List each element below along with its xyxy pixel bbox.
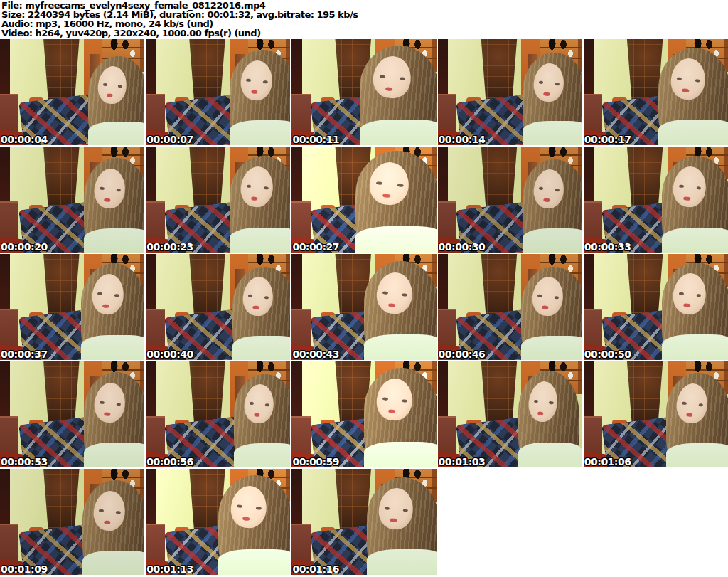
video-thumbnail[interactable]: 00:00:50 xyxy=(584,254,728,360)
timestamp-overlay: 00:01:03 xyxy=(439,457,486,467)
person-figure xyxy=(232,267,290,360)
right-eye xyxy=(695,79,700,83)
left-eye xyxy=(679,292,684,295)
person-figure xyxy=(234,374,290,467)
thumbnail-image xyxy=(0,469,144,575)
person-figure xyxy=(84,372,144,467)
shirt xyxy=(230,120,290,145)
cabinet xyxy=(146,201,164,240)
shirt xyxy=(662,228,728,253)
lips xyxy=(107,93,113,97)
video-thumbnail[interactable]: 00:01:06 xyxy=(584,361,728,467)
cabinet xyxy=(0,309,18,347)
video-thumbnail[interactable]: 00:00:56 xyxy=(146,361,290,467)
video-thumbnail[interactable]: 00:00:43 xyxy=(291,254,436,360)
right-eye xyxy=(402,400,407,403)
shirt xyxy=(658,120,728,145)
shirt xyxy=(521,336,582,360)
thumbnail-image xyxy=(0,254,144,360)
video-thumbnail[interactable]: 00:00:17 xyxy=(584,39,728,145)
timestamp-overlay: 00:00:50 xyxy=(584,349,631,359)
lips xyxy=(254,413,260,418)
cabinet xyxy=(438,416,456,455)
right-eye xyxy=(116,511,121,514)
lips xyxy=(537,411,544,415)
cabinet xyxy=(146,524,164,562)
video-thumbnail[interactable]: 00:00:07 xyxy=(146,39,290,145)
right-eye xyxy=(696,294,701,297)
person-figure xyxy=(523,159,582,253)
lips xyxy=(105,412,111,416)
shirt xyxy=(364,334,437,360)
person-figure xyxy=(666,373,728,467)
thumbnail-grid: 00:00:04 00:00:0 xyxy=(0,39,728,575)
right-eye xyxy=(555,83,560,85)
lips xyxy=(388,410,395,414)
right-eye xyxy=(256,507,262,511)
right-eye xyxy=(114,295,119,298)
video-thumbnail[interactable]: 00:00:27 xyxy=(291,147,436,253)
thumbnail-image xyxy=(291,254,436,360)
video-thumbnail[interactable]: 00:00:23 xyxy=(146,147,290,253)
thumbnail-image xyxy=(146,147,290,253)
shirt xyxy=(355,226,437,253)
left-eye xyxy=(97,292,102,296)
thumbnail-image xyxy=(146,361,290,467)
left-eye xyxy=(99,509,104,512)
person-figure xyxy=(518,371,579,467)
right-eye xyxy=(117,189,122,192)
thumbnail-image xyxy=(291,39,436,145)
shirt xyxy=(523,228,582,253)
timestamp-overlay: 00:00:14 xyxy=(439,134,486,144)
video-thumbnail[interactable]: 00:00:20 xyxy=(0,147,144,253)
video-thumbnail[interactable]: 00:00:40 xyxy=(146,254,290,360)
person-figure xyxy=(84,158,144,253)
left-eye xyxy=(248,295,253,297)
cabinet xyxy=(584,94,602,132)
timestamp-overlay: 00:00:23 xyxy=(146,242,193,252)
right-eye xyxy=(403,509,409,512)
video-thumbnail[interactable]: 00:00:37 xyxy=(0,254,144,360)
person-figure xyxy=(364,368,437,467)
cabinet xyxy=(438,309,456,347)
lips xyxy=(542,306,549,310)
timestamp-overlay: 00:00:11 xyxy=(292,134,339,144)
person-figure xyxy=(662,156,728,253)
person-figure xyxy=(81,263,144,360)
thumbnail-image xyxy=(146,469,290,575)
lips xyxy=(682,88,689,92)
person-figure xyxy=(88,56,144,145)
video-thumbnail[interactable]: 00:00:14 xyxy=(438,39,582,145)
lips xyxy=(382,194,391,198)
shirt xyxy=(84,443,144,467)
lips xyxy=(684,303,691,307)
video-info-line: Video: h264, yuv420p, 320x240, 1000.00 f… xyxy=(1,28,728,38)
cabinet xyxy=(584,416,602,455)
timestamp-overlay: 00:00:37 xyxy=(1,349,48,359)
cabinet xyxy=(146,416,164,455)
video-thumbnail[interactable]: 00:00:33 xyxy=(584,147,728,253)
video-thumbnail[interactable]: 00:01:03 xyxy=(438,361,582,467)
video-thumbnail[interactable]: 00:00:59 xyxy=(291,361,436,467)
lips xyxy=(251,90,257,94)
lips xyxy=(251,196,257,201)
video-thumbnail[interactable]: 00:00:11 xyxy=(291,39,436,145)
timestamp-overlay: 00:00:59 xyxy=(292,457,339,467)
video-thumbnail[interactable]: 00:00:30 xyxy=(438,147,582,253)
lips xyxy=(687,413,693,417)
video-thumbnail[interactable]: 00:00:04 xyxy=(0,39,144,145)
person-figure xyxy=(218,475,291,575)
video-thumbnail[interactable]: 00:01:13 xyxy=(146,469,290,575)
right-eye xyxy=(264,187,269,191)
right-eye xyxy=(402,293,407,297)
right-eye xyxy=(264,297,269,300)
left-eye xyxy=(100,401,105,404)
person-figure xyxy=(662,263,728,360)
timestamp-overlay: 00:00:33 xyxy=(584,242,631,252)
video-thumbnail[interactable]: 00:00:53 xyxy=(0,361,144,467)
cabinet xyxy=(146,94,164,132)
video-thumbnail[interactable]: 00:01:16 xyxy=(291,469,436,575)
video-thumbnail[interactable]: 00:01:09 xyxy=(0,469,144,575)
video-thumbnail[interactable]: 00:00:46 xyxy=(438,254,582,360)
cabinet xyxy=(0,201,18,240)
